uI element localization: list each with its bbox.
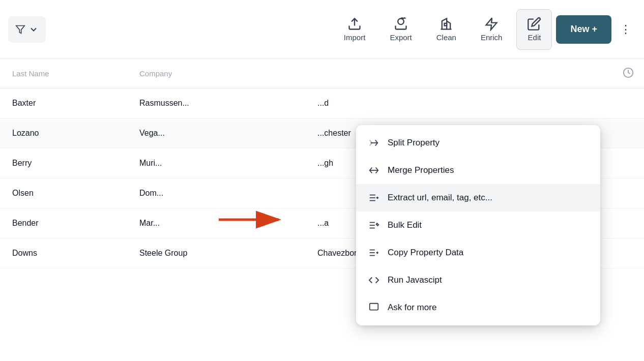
col-header-last-name: Last Name [0, 59, 127, 88]
menu-item-merge-label: Merge Properties [388, 165, 454, 175]
chat-icon [368, 302, 379, 313]
cell-company: Muri... [127, 148, 305, 178]
cell-company: Steele Group [127, 238, 305, 268]
edit-button[interactable]: Edit [516, 9, 552, 50]
menu-item-copy-label: Copy Property Data [388, 248, 463, 258]
arrow-indicator [219, 210, 285, 229]
cell-city: ...d [305, 88, 644, 118]
extract-icon [368, 192, 379, 203]
table-container: Last Name Company Baxter Rasmussen... ..… [0, 59, 644, 268]
import-icon [347, 17, 362, 31]
col-header-company: Company [127, 59, 305, 88]
enrich-label: Enrich [481, 33, 503, 42]
export-icon-2 [394, 17, 408, 31]
menu-item-split-label: Split Property [388, 138, 440, 148]
menu-item-merge[interactable]: Merge Properties [356, 157, 600, 184]
toolbar: Import Export Clean Enrich Edit [0, 0, 644, 59]
import-button[interactable]: Import [334, 9, 376, 50]
cell-company: Rasmussen... [127, 88, 305, 118]
menu-item-copy[interactable]: Copy Property Data [356, 239, 600, 266]
export-label: Export [390, 33, 412, 42]
cell-company: Dom... [127, 178, 305, 208]
menu-item-javascript-label: Run Javascipt [388, 275, 442, 285]
more-icon: ⋮ [620, 23, 631, 36]
split-icon [368, 137, 379, 148]
merge-icon [368, 165, 379, 176]
menu-item-ask-label: Ask for more [388, 303, 436, 313]
table-header-row: Last Name Company [0, 59, 644, 88]
import-label: Import [344, 33, 366, 42]
menu-item-extract-label: Extract url, email, tag, etc... [388, 193, 492, 203]
edit-dropdown-menu: Split Property Merge Properties Extract … [356, 125, 600, 325]
clean-label: Clean [436, 33, 456, 42]
filter-icon [15, 24, 25, 35]
new-button[interactable]: New + [556, 15, 611, 44]
more-button[interactable]: ⋮ [616, 19, 636, 40]
menu-item-split[interactable]: Split Property [356, 129, 600, 157]
export-button[interactable]: Export [379, 9, 422, 50]
svg-rect-3 [445, 23, 447, 26]
filter-button[interactable] [8, 16, 46, 43]
cell-last-name: Olsen [0, 178, 127, 208]
svg-rect-18 [370, 304, 378, 310]
menu-item-ask[interactable]: Ask for more [356, 294, 600, 321]
clean-button[interactable]: Clean [426, 9, 466, 50]
copy-icon [368, 247, 379, 258]
menu-item-bulk-edit-label: Bulk Edit [388, 220, 422, 230]
svg-marker-0 [16, 25, 25, 33]
menu-item-extract[interactable]: Extract url, email, tag, etc... [356, 184, 600, 212]
cell-company: Vega... [127, 118, 305, 148]
menu-item-javascript[interactable]: Run Javascipt [356, 266, 600, 294]
col-header-city [305, 59, 644, 88]
cell-last-name: Berry [0, 148, 127, 178]
enrich-button[interactable]: Enrich [471, 9, 513, 50]
table-row: Baxter Rasmussen... ...d [0, 88, 644, 118]
edit-icon [527, 17, 541, 31]
bulk-edit-icon [368, 220, 379, 231]
cell-last-name: Baxter [0, 88, 127, 118]
cell-last-name: Downs [0, 238, 127, 268]
edit-label: Edit [528, 33, 541, 42]
chevron-down-icon [28, 24, 39, 35]
new-label: New + [570, 24, 597, 35]
svg-point-2 [398, 19, 404, 25]
cell-last-name: Bender [0, 208, 127, 238]
enrich-icon [484, 17, 499, 31]
code-icon [368, 275, 379, 286]
cell-last-name: Lozano [0, 118, 127, 148]
history-icon [623, 67, 634, 78]
menu-item-bulk-edit[interactable]: Bulk Edit [356, 212, 600, 239]
clean-icon [439, 17, 453, 31]
